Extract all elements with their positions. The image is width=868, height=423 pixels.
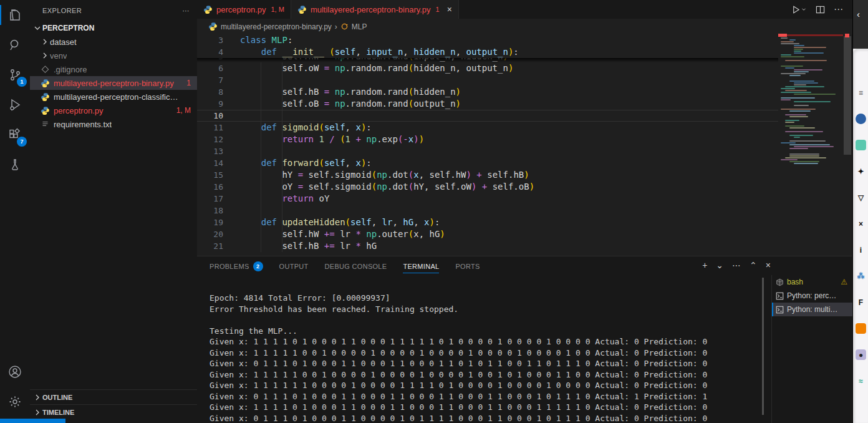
terminal-scrollbar[interactable] [762,278,764,415]
overlay-icon-blue-circle-app[interactable] [856,114,866,124]
code-line-14[interactable]: 14 def forward(self, x): [197,157,778,169]
file-item-venv[interactable]: venv [30,49,197,62]
code-line-8[interactable]: 8 self.hB = np.random.rand(hidden_n) [197,86,778,98]
overlay-icon-info[interactable]: i [856,245,866,255]
code-line-10[interactable]: 10 [197,110,778,122]
folder-section-header[interactable]: PERCEPTRON [30,21,197,35]
overlay-icon-checklist[interactable]: ≡ [856,87,866,98]
terminal-label: bash [787,278,803,286]
line-number: 17 [197,193,223,205]
code-line-17[interactable]: 17 return oY [197,193,778,205]
terminal-line: Given x: 1 1 1 1 0 1 0 0 0 1 1 0 0 0 1 1… [210,336,764,348]
terminal-instance-bash[interactable]: bash⚠ [772,275,852,289]
overlay-icon-orange-square[interactable] [856,323,866,334]
minimap[interactable] [778,31,843,256]
breadcrumb-symbol: MLP [352,22,367,31]
close-icon[interactable]: × [447,4,452,14]
python-file-icon [40,106,50,115]
activity-bar-item-source-control[interactable]: 1 [0,60,30,90]
code-line-9[interactable]: 9 self.oB = np.random.rand(output_n) [197,98,778,110]
back-icon[interactable]: ‹ [857,9,860,19]
file-item-perceptron-py[interactable]: perceptron.py1, M [30,104,197,117]
editor-scrollbar[interactable] [843,19,852,256]
terminal-label: Python: perc… [787,291,836,300]
file-label: requirements.txt [54,120,112,129]
terminal-instance-python-multi-[interactable]: Python: multi… [772,303,852,316]
breadcrumb[interactable]: multilayered-perceptron-binary.py › MLP [197,19,863,34]
file-label: multilayered-perceptron-classificatio… [54,92,178,102]
line-number: 18 [197,205,223,216]
overlay-icon-teal-glyph[interactable]: ≈ [856,376,866,386]
panel-tab-debug-console[interactable]: DEBUG CONSOLE [325,256,387,276]
terminal-line: Given x: 1 1 1 1 0 1 0 0 0 1 1 0 0 0 1 1… [210,402,764,413]
code-line-19[interactable]: 19 def updateHidden(self, lr, hG, x): [197,216,778,228]
launch-profile-icon[interactable]: ⌄ [716,260,723,270]
overlay-icon-triangle[interactable]: ▽ [856,192,866,203]
panel-tab-problems[interactable]: PROBLEMS2 [210,256,263,276]
activity-bar-item-extensions[interactable]: 7 [0,120,30,150]
code-editor[interactable]: 5 self.hW = np.random.rand(input_n, hidd… [197,34,778,256]
terminal-line: Given x: 0 1 1 1 0 1 0 0 0 1 1 0 0 0 0 1… [210,413,764,423]
overlay-icon-black-star[interactable]: ✦ [856,166,866,177]
terminal-icon [776,306,784,314]
search-icon [7,37,22,52]
sidebar-bottom-panels: OUTLINETIMELINE [30,389,197,419]
sidebar-panel-timeline[interactable]: TIMELINE [30,404,197,419]
activity-bar-item-settings[interactable] [0,387,30,417]
editor-tab-perceptron-py[interactable]: perceptron.py1, M [197,0,291,19]
file-item-dataset[interactable]: dataset [30,35,197,49]
overlay-icon-teal-image[interactable] [856,140,866,150]
run-python-file-button[interactable] [791,5,807,14]
activity-bar-item-testing[interactable] [0,150,30,180]
sidebar-more-icon[interactable]: ⋯ [183,7,190,15]
status-bar-remote-indicator[interactable] [0,419,65,423]
code-line-3[interactable]: 3class MLP: [197,34,778,46]
sticky-scroll[interactable]: 3class MLP:4 def __init__ (self, input_n… [197,34,778,58]
panel-tab-ports[interactable]: PORTS [455,256,480,276]
code-line-7[interactable]: 7 [197,74,778,86]
activity-bar-item-accounts[interactable] [0,357,30,387]
code-line-13[interactable]: 13 [197,145,778,157]
code-line-16[interactable]: 16 oY = self.sigmoid(np.dot(hY, self.oW)… [197,181,778,193]
activity-bar-item-search[interactable] [0,30,30,60]
file-item-multilayered-perceptron-binary-py[interactable]: multilayered-perceptron-binary.py1 [30,76,197,90]
split-editor-button[interactable] [816,5,825,14]
terminal-label: Python: multi… [787,305,837,314]
file-tree: datasetvenv.gitignoremultilayered-percep… [30,35,197,131]
line-number: 20 [197,228,223,240]
code-line-15[interactable]: 15 hY = self.sigmoid(np.dot(x, self.hW) … [197,169,778,181]
terminal-icon [776,292,784,300]
close-icon[interactable]: × [766,260,771,270]
line-number: 11 [197,122,223,134]
file-item-multilayered-perceptron-classificatio-[interactable]: multilayered-perceptron-classificatio… [30,90,197,104]
line-number: 16 [197,181,223,193]
sidebar-title: EXPLORER [42,7,82,14]
terminal-instance-python-perc-[interactable]: Python: perc… [772,289,852,303]
editor-more-actions-button[interactable]: ⋯ [834,4,843,15]
code-line-11[interactable]: 11 def sigmoid(self, x): [197,122,778,134]
maximize-icon[interactable]: ⌃ [750,260,757,270]
activity-bar-item-run-debug[interactable] [0,90,30,120]
terminal-output[interactable]: Epoch: 4814 Total Error: [0.00099937]Err… [210,293,764,423]
code-line-12[interactable]: 12 return 1 / (1 + np.exp(-x)) [197,134,778,145]
new-terminal-icon[interactable]: + [702,260,707,270]
overlay-icon-x-glyph[interactable]: × [856,218,866,229]
panel-tab-terminal[interactable]: TERMINAL [403,256,439,276]
sidebar-panel-outline[interactable]: OUTLINE [30,389,197,404]
code-line-4[interactable]: 4 def __init__ (self, input_n, hidden_n,… [197,46,778,58]
overlay-icon-bold-letter[interactable]: F [856,297,866,308]
code-line-20[interactable]: 20 self.hW += lr * np.outer(x, hG) [197,228,778,240]
overlay-icon-blue-glyph[interactable]: ⁂ [856,271,866,281]
code-line-18[interactable]: 18 [197,205,778,216]
panel-tab-output[interactable]: OUTPUT [279,256,309,276]
breadcrumb-file: multilayered-perceptron-binary.py [221,22,332,31]
code-line-6[interactable]: 6 self.oW = np.random.rand(hidden_n, out… [197,62,778,74]
file-item-requirements-txt[interactable]: requirements.txt [30,117,197,131]
more-icon[interactable]: ⋯ [732,260,741,270]
activity-bar-item-explorer[interactable] [0,0,30,30]
editor-tab-multilayered-perceptron-binary-py[interactable]: multilayered-perceptron-binary.py1× [291,0,459,19]
tab-problems-decoration: 1 [436,6,440,13]
code-line-21[interactable]: 21 self.hB += lr * hG [197,240,778,252]
overlay-icon-lavender-circle[interactable]: ● [856,349,866,360]
file-item--gitignore[interactable]: .gitignore [30,62,197,76]
